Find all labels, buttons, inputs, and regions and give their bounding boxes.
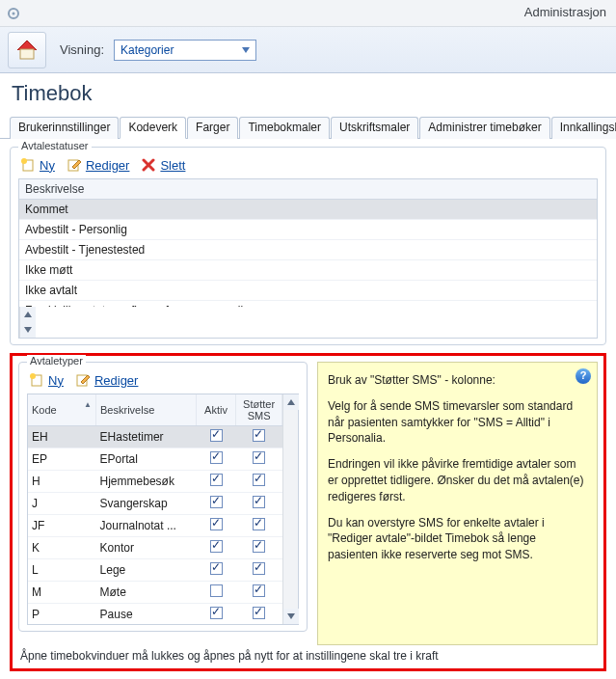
footer-note: Åpne timebokvinduer må lukkes og åpnes p… [18,645,598,665]
visning-dropdown[interactable]: Kategorier [114,40,256,61]
svg-point-1 [13,13,15,15]
info-p1: Velg for å sende SMS timevarsler som sta… [328,398,587,447]
scroll-down-icon[interactable] [20,322,36,338]
tab-timebokmaler[interactable]: Timebokmaler [239,117,330,139]
aktiv-checkbox[interactable] [210,562,223,575]
home-icon [14,38,40,63]
aktiv-checkbox[interactable] [210,451,223,464]
sms-checkbox[interactable] [253,562,265,575]
sms-checkbox[interactable] [253,496,265,508]
cell-beskriv: Journalnotat ... [96,515,197,537]
sms-checkbox[interactable] [253,540,265,553]
list-item[interactable]: Ikke avtalt [19,281,597,301]
new-icon [29,372,44,388]
scroll-down-icon[interactable] [283,609,299,624]
aktiv-checkbox[interactable] [210,584,223,597]
window-title: Administrasjon [524,5,606,19]
info-p3: Du kan overstyre SMS for enkelte avtaler… [328,515,587,563]
tab-innkallingsliste[interactable]: Innkallingsliste [551,117,616,139]
sms-checkbox[interactable] [253,584,265,597]
cell-beskriv: Lege [96,559,197,582]
help-icon[interactable]: ? [576,368,591,384]
aktiv-checkbox[interactable] [210,429,223,442]
tab-kodeverk[interactable]: Kodeverk [120,117,186,139]
col-kode-header[interactable]: Kode▲ [28,394,96,426]
chevron-down-icon [239,43,253,57]
gear-icon[interactable] [6,6,21,24]
info-heading: Bruk av "Støtter SMS" - kolonne: [328,372,587,389]
avtalestatuser-label: Avtalestatuser [18,140,92,151]
table-row[interactable]: EHEHastetimer [28,426,282,448]
cell-beskriv: Møte [96,582,197,604]
aktiv-checkbox[interactable] [210,474,223,486]
tab-brukerinnstillinger[interactable]: Brukerinnstillinger [10,117,119,139]
col-aktiv-header[interactable]: Aktiv [196,394,235,426]
table-row[interactable]: MMøte [28,582,282,604]
list-item[interactable]: Ikke møtt [19,260,597,281]
list-item[interactable]: Avbestilt - Personlig [19,220,597,240]
svg-rect-2 [20,49,34,59]
sms-checkbox[interactable] [253,474,265,486]
table-row[interactable]: KKontor [28,537,282,559]
cell-kode: JF [28,515,96,537]
cell-beskriv: EPortal [96,448,197,471]
cell-kode: P [28,604,96,625]
svg-point-7 [30,373,36,379]
svg-point-4 [21,158,27,164]
cell-kode: L [28,559,96,582]
cell-kode: K [28,537,96,559]
edit-icon [67,157,82,173]
cell-kode: M [28,582,96,604]
status-scrollbar[interactable] [19,307,35,338]
scroll-up-icon[interactable] [283,394,299,410]
cell-beskriv: EHastetimer [96,426,197,448]
scroll-up-icon[interactable] [20,307,36,322]
status-delete-button[interactable]: Slett [141,157,185,173]
cell-kode: EH [28,426,96,448]
tab-farger[interactable]: Farger [187,117,238,139]
list-item[interactable]: Forskjellige statuser finnes for gruppem… [19,301,597,307]
info-p2: Endringen vil ikke påvirke fremtidige av… [328,456,587,504]
list-item[interactable]: Kommet [19,200,597,220]
sort-asc-icon: ▲ [84,400,92,409]
info-panel: ? Bruk av "Støtter SMS" - kolonne: Velg … [317,362,598,645]
tab-administrer-timeb-ker[interactable]: Administrer timebøker [419,117,549,139]
page-title: Timebok [0,73,616,116]
tab-utskriftsmaler[interactable]: Utskriftsmaler [331,117,418,139]
status-new-button[interactable]: Ny [20,157,55,173]
table-row[interactable]: HHjemmebesøk [28,471,282,493]
aktiv-checkbox[interactable] [210,496,223,508]
aktiv-checkbox[interactable] [210,518,223,530]
cell-kode: EP [28,448,96,471]
avtaletyper-label: Avtaletyper [27,355,86,367]
col-beskriv-header[interactable]: Beskrivelse [96,394,197,426]
types-new-button[interactable]: Ny [29,372,64,388]
status-edit-button[interactable]: Rediger [67,157,130,173]
cell-beskriv: Svangerskap [96,493,197,515]
cell-beskriv: Kontor [96,537,197,559]
table-row[interactable]: JSvangerskap [28,493,282,515]
types-scrollbar[interactable] [282,394,298,624]
list-item[interactable]: Avbestilt - Tjenestested [19,240,597,260]
col-sms-header[interactable]: Støtter SMS [236,394,282,426]
cell-kode: H [28,471,96,493]
sms-checkbox[interactable] [253,518,265,530]
cell-kode: J [28,493,96,515]
visning-label: Visning: [60,42,104,57]
cell-beskriv: Pause [96,604,197,625]
aktiv-checkbox[interactable] [210,540,223,553]
table-row[interactable]: PPause [28,604,282,625]
table-row[interactable]: LLege [28,559,282,582]
sms-checkbox[interactable] [253,451,265,464]
types-edit-button[interactable]: Rediger [75,372,139,388]
aktiv-checkbox[interactable] [210,607,223,619]
edit-icon [75,372,91,388]
home-button[interactable] [8,32,46,68]
visning-dropdown-value: Kategorier [121,43,174,57]
new-icon [20,157,36,173]
delete-icon [141,157,156,173]
table-row[interactable]: JFJournalnotat ... [28,515,282,537]
sms-checkbox[interactable] [253,607,265,619]
table-row[interactable]: EPEPortal [28,448,282,471]
sms-checkbox[interactable] [253,429,265,442]
